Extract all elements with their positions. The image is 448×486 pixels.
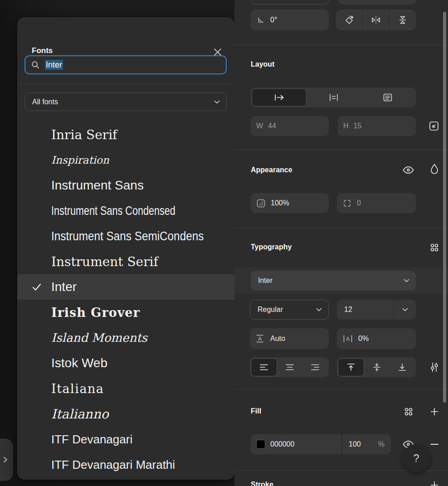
flip-vertical-icon [397, 15, 408, 25]
help-button[interactable]: ? [402, 444, 430, 472]
font-name: Istok Web [51, 356, 107, 370]
font-list-item[interactable]: Inria Serif [17, 122, 234, 147]
font-list-item[interactable]: Instrument Serif [17, 249, 234, 274]
remove-fill-button[interactable] [430, 440, 439, 448]
design-panel: 0° Layout [234, 0, 448, 486]
font-list-item[interactable]: Italianno [17, 401, 234, 427]
angle-icon [256, 15, 265, 24]
percent-sign: % [378, 440, 385, 448]
font-size-dropdown-button[interactable] [394, 300, 416, 320]
font-list-item[interactable]: Island Moments [17, 325, 234, 350]
font-size-field[interactable]: 12 [337, 300, 416, 320]
valign-middle-option[interactable] [364, 358, 390, 376]
search-value: Inter [45, 60, 63, 70]
fill-opacity-field[interactable]: 100 % [342, 434, 391, 454]
valign-bottom-option[interactable] [390, 358, 415, 376]
font-name: ITF Devanagari Marathi [51, 458, 175, 472]
font-size-value: 12 [344, 306, 394, 314]
line-height-field[interactable]: A Auto [250, 328, 329, 349]
align-right-icon [311, 364, 320, 371]
blend-mode-button[interactable] [429, 162, 440, 176]
rotation-field[interactable]: 0° [251, 10, 329, 30]
divider [17, 84, 234, 84]
search-icon [31, 60, 40, 69]
font-list-item[interactable]: Inspiration [17, 147, 234, 173]
font-list-item[interactable]: Italiana [17, 376, 234, 401]
svg-text:A: A [258, 336, 262, 341]
letter-spacing-field[interactable]: A 0% [337, 328, 416, 349]
styles-icon [404, 407, 414, 417]
add-fill-button[interactable] [429, 406, 440, 417]
constrain-proportions-button[interactable] [427, 119, 441, 133]
align-left-option[interactable] [251, 358, 277, 376]
font-list-item-selected[interactable]: Inter [17, 274, 234, 300]
type-settings-button[interactable] [429, 362, 440, 373]
letter-spacing-value: 0% [358, 335, 369, 343]
type-settings-icon [430, 362, 439, 373]
x-position-field[interactable] [251, 0, 329, 5]
typography-heading: Typography [251, 243, 292, 251]
color-swatch[interactable] [256, 440, 265, 449]
corner-radius-field[interactable]: 0 [337, 193, 416, 213]
font-style-value: Regular [258, 306, 316, 314]
resize-icon [428, 120, 440, 132]
svg-text:A: A [346, 336, 350, 342]
panel-scrollbar[interactable] [443, 12, 446, 403]
sizing-hug-option[interactable] [252, 88, 307, 107]
align-right-option[interactable] [302, 358, 328, 376]
sizing-fixed-option[interactable] [307, 88, 360, 107]
appearance-heading: Appearance [251, 166, 292, 174]
fill-styles-button[interactable] [403, 406, 414, 417]
fill-hex-value: 000000 [270, 440, 294, 448]
chevron-down-icon [404, 279, 409, 282]
font-name: Instrument Serif [51, 254, 158, 269]
align-center-option[interactable] [277, 358, 302, 376]
font-name: Instrument Sans SemiCondens [51, 229, 204, 243]
sizing-fill-option[interactable] [361, 88, 415, 107]
font-name: Inter [51, 280, 77, 294]
plus-icon [430, 481, 438, 486]
font-style-dropdown[interactable]: Regular [250, 300, 329, 320]
font-list-item[interactable]: ITF Devanagari [17, 427, 234, 452]
flip-horizontal-button[interactable] [363, 10, 389, 30]
font-list-item[interactable]: Instrument Sans [17, 173, 234, 198]
opacity-value: 100% [271, 199, 289, 207]
line-height-icon: A [255, 334, 265, 344]
width-field[interactable]: W 44 [251, 116, 329, 136]
font-filter-dropdown[interactable]: All fonts [24, 92, 227, 111]
plus-icon [430, 408, 438, 416]
flip-vertical-button[interactable] [390, 10, 416, 30]
sizing-mode-segmented [251, 87, 416, 107]
font-search-input[interactable]: Inter [24, 55, 227, 74]
font-list-item[interactable]: ITF Devanagari Marathi [17, 452, 234, 477]
visibility-button[interactable] [401, 165, 415, 175]
chevron-right-icon [3, 457, 8, 463]
selected-text: Inter [45, 60, 63, 70]
layout-heading: Layout [251, 60, 274, 68]
fill-opacity-value: 100 [349, 440, 378, 448]
transform-buttons [336, 10, 416, 30]
font-list-item[interactable]: Instrument Sans SemiCondens [17, 224, 234, 249]
font-family-dropdown[interactable]: Inter [251, 271, 416, 291]
sidebar-expand-button[interactable] [0, 439, 13, 481]
valign-top-option[interactable] [338, 358, 364, 376]
align-bottom-icon [398, 363, 407, 372]
text-styles-button[interactable] [429, 242, 440, 253]
font-list-item[interactable]: Istok Web [17, 350, 234, 376]
font-list-item[interactable]: Irish Grover [17, 300, 234, 325]
y-position-field[interactable] [338, 0, 416, 5]
rotate-90-button[interactable] [336, 10, 362, 30]
opacity-field[interactable]: 100% [251, 193, 329, 213]
font-filter-label: All fonts [32, 98, 214, 106]
chevron-down-icon [316, 308, 322, 311]
align-middle-icon [372, 363, 381, 372]
add-stroke-button[interactable] [429, 480, 440, 486]
fonts-dialog: Fonts Inter All fonts Inria Serif Inspir… [17, 17, 234, 480]
fill-color-field[interactable]: 000000 [251, 434, 341, 454]
flip-horizontal-icon [370, 15, 381, 25]
height-field[interactable]: H 15 [338, 116, 416, 136]
font-family-value: Inter [258, 277, 404, 285]
font-name: Italianno [51, 407, 109, 422]
font-list-item[interactable]: Instrument Sans Condensed [17, 198, 234, 224]
vertical-align-segmented [337, 357, 416, 377]
